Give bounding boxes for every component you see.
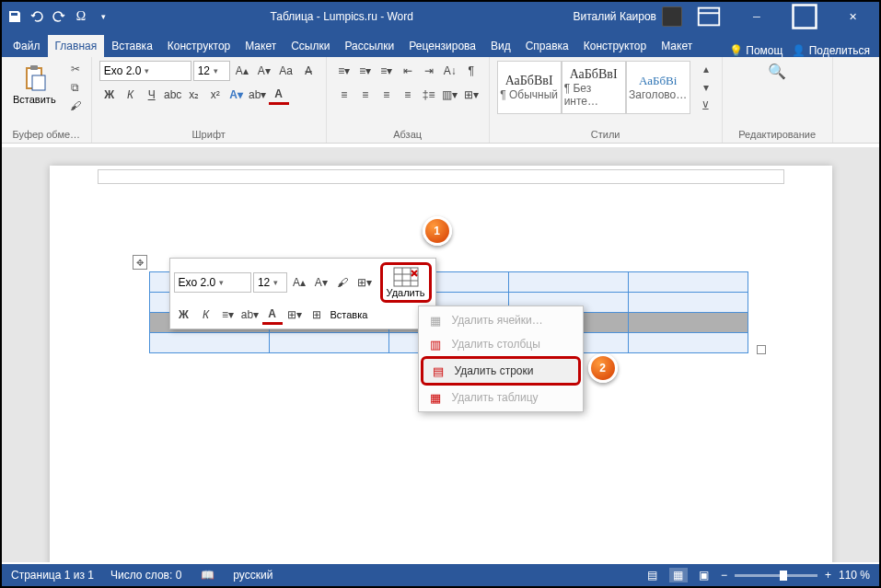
mini-align-icon[interactable]: ≡▾ [218,305,238,325]
mini-insert-grid-icon[interactable]: ⊞ [307,305,327,325]
mini-font-combo[interactable]: Exo 2.0▾ [174,272,251,293]
copy-icon[interactable]: ⧉ [67,79,84,96]
mini-table-style-icon[interactable]: ⊞▾ [354,272,375,293]
user-account[interactable]: Виталий Каиров [573,6,682,27]
style-heading1[interactable]: АаБбВіЗаголово… [626,61,690,114]
zoom-slider[interactable] [735,574,817,577]
read-mode-icon[interactable]: ▤ [643,568,662,582]
bullets-icon[interactable]: ≡▾ [334,61,354,81]
show-marks-icon[interactable]: ¶ [461,61,481,81]
line-spacing-icon[interactable]: ‡≡ [419,85,439,105]
zoom-level[interactable]: 110 % [839,569,870,582]
mini-highlight-icon[interactable]: ab▾ [240,305,261,325]
mini-borders-icon[interactable]: ⊞▾ [284,305,305,325]
change-case-icon[interactable]: Aa [276,61,296,81]
status-words[interactable]: Число слов: 0 [110,569,181,582]
justify-icon[interactable]: ≡ [398,85,418,105]
maximize-button[interactable] [783,3,826,30]
styles-gallery[interactable]: АаБбВвІ¶ Обычный АаБбВвІ¶ Без инте… АаБб… [497,61,690,114]
spellcheck-icon[interactable]: 📖 [198,568,216,582]
menu-delete-cells[interactable]: ▦Удалить ячейки… [421,308,581,332]
font-size-combo[interactable]: 12▾ [193,61,230,81]
paste-button[interactable]: Вставить [9,61,60,107]
mini-insert-button[interactable]: Вставка [330,309,368,320]
tab-table-layout[interactable]: Макет [654,35,700,57]
menu-delete-rows[interactable]: ▤Удалить строки [421,356,581,386]
close-button[interactable]: ✕ [831,3,874,30]
italic-button[interactable]: К [121,85,141,105]
indent-dec-icon[interactable]: ⇤ [398,61,418,81]
tab-insert[interactable]: Вставка [104,35,160,57]
minimize-button[interactable]: ─ [736,3,778,30]
tab-references[interactable]: Ссылки [284,35,337,57]
borders-icon[interactable]: ⊞▾ [461,85,481,105]
undo-icon[interactable] [29,9,44,24]
tab-review[interactable]: Рецензирова [401,35,483,57]
strike-button[interactable]: abc [163,85,183,105]
styles-more-icon[interactable]: ⊻ [698,98,714,114]
table-resize-handle-icon[interactable] [757,345,766,354]
font-color-icon[interactable]: A [269,85,289,105]
align-left-icon[interactable]: ≡ [334,85,354,105]
mini-grow-font-icon[interactable]: A▴ [289,272,309,293]
numbering-icon[interactable]: ≡▾ [355,61,376,81]
clear-format-icon[interactable]: A̶ [298,61,319,81]
indent-inc-icon[interactable]: ⇥ [419,61,439,81]
styles-down-icon[interactable]: ▾ [698,79,714,96]
shrink-font-icon[interactable]: A▾ [254,61,274,81]
subscript-button[interactable]: x₂ [184,85,204,105]
tab-help[interactable]: Справка [518,35,576,57]
tab-design[interactable]: Конструктор [160,35,238,57]
page[interactable]: ✥ Exo 2.0▾ 12▾ A▴ A▾ 🖌 ⊞▾ Удалить [50,166,832,562]
menu-delete-columns[interactable]: ▥Удалить столбцы [421,332,581,356]
tab-file[interactable]: Файл [6,35,48,57]
bold-button[interactable]: Ж [99,85,120,105]
mini-delete-button[interactable]: Удалить [380,262,432,303]
status-language[interactable]: русский [233,569,272,582]
find-icon[interactable]: 🔍 [767,61,787,81]
mini-size-combo[interactable]: 12▾ [253,272,287,293]
ribbon-options-icon[interactable] [688,3,730,30]
text-effects-icon[interactable]: A▾ [226,85,247,105]
grow-font-icon[interactable]: A▴ [232,61,252,81]
redo-icon[interactable] [52,9,66,24]
format-painter-icon[interactable]: 🖌 [67,98,84,114]
zoom-out-button[interactable]: − [721,569,727,582]
style-normal[interactable]: АаБбВвІ¶ Обычный [497,61,562,114]
tab-mailings[interactable]: Рассылки [337,35,401,57]
tab-layout[interactable]: Макет [238,35,284,57]
menu-delete-table[interactable]: ▦Удалить таблицу [421,386,581,409]
align-right-icon[interactable]: ≡ [377,85,397,105]
horizontal-ruler[interactable] [98,169,784,184]
align-center-icon[interactable]: ≡ [355,85,376,105]
sort-icon[interactable]: A↓ [440,61,460,81]
underline-button[interactable]: Ч [142,85,162,105]
styles-up-icon[interactable]: ▴ [698,61,714,77]
mini-bold-button[interactable]: Ж [174,305,194,325]
tab-table-design[interactable]: Конструктор [576,35,654,57]
print-layout-icon[interactable]: ▦ [669,568,688,582]
web-layout-icon[interactable]: ▣ [695,568,713,582]
shading-icon[interactable]: ▥▾ [440,85,460,105]
table-move-handle-icon[interactable]: ✥ [133,255,147,270]
omega-icon[interactable]: Ω [74,9,88,24]
zoom-thumb[interactable] [780,571,787,581]
style-nospacing[interactable]: АаБбВвІ¶ Без инте… [562,61,626,114]
mini-format-painter-icon[interactable]: 🖌 [332,272,353,293]
superscript-button[interactable]: x² [205,85,226,105]
mini-italic-button[interactable]: К [196,305,216,325]
tell-me[interactable]: 💡 Помощ [729,44,782,57]
tab-view[interactable]: Вид [483,35,518,57]
tab-home[interactable]: Главная [48,35,105,57]
mini-font-color-icon[interactable]: A [262,305,283,325]
status-page[interactable]: Страница 1 из 1 [11,569,94,582]
multilevel-icon[interactable]: ≡▾ [377,61,397,81]
qat-dropdown-icon[interactable]: ▾ [96,9,110,24]
share-button[interactable]: 👤 Поделиться [792,44,870,57]
mini-shrink-font-icon[interactable]: A▾ [311,272,331,293]
highlight-icon[interactable]: ab▾ [248,85,268,105]
save-icon[interactable] [7,9,22,24]
font-name-combo[interactable]: Exo 2.0▾ [99,61,191,81]
zoom-in-button[interactable]: + [825,569,831,582]
cut-icon[interactable]: ✂ [67,61,84,77]
